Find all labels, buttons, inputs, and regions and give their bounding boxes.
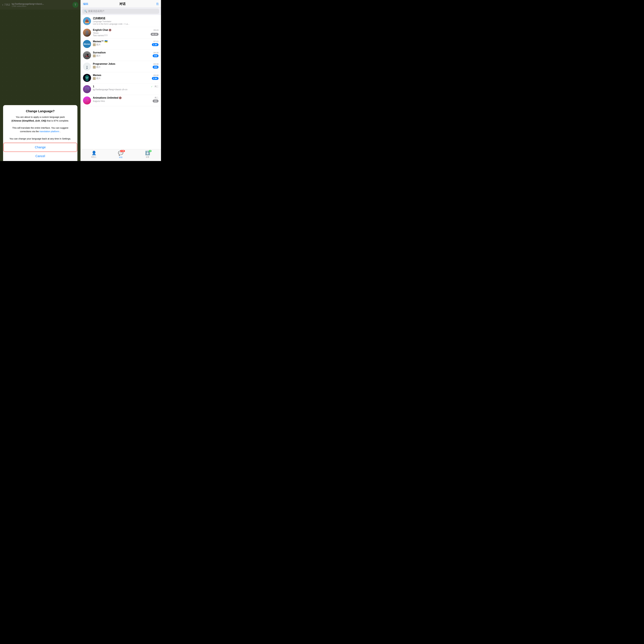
avatar: 👤: [83, 29, 91, 37]
unread-badge: 446: [153, 54, 159, 57]
chat-preview: Kagura Hino: [93, 100, 105, 102]
archived-subtitle2: List is in the form Language code -> La.…: [93, 23, 129, 25]
chat-name: Memes: [93, 74, 101, 77]
person-icon: 👤: [91, 151, 96, 155]
search-field[interactable]: 🔍 搜索消息或用户: [82, 9, 159, 14]
chat-preview: 图片: [96, 66, 101, 69]
chat-header: Memes™ 🇺🇦 07:11: [93, 40, 159, 43]
chat-time: 07:11: [153, 40, 159, 43]
compose-icon[interactable]: ⎘: [157, 2, 159, 6]
avatar: ;: [83, 63, 91, 71]
change-language-button[interactable]: Change: [3, 143, 77, 152]
chat-name: 1: [93, 85, 94, 88]
search-placeholder-text: 搜索消息或用户: [88, 10, 104, 13]
page-title: 对话: [119, 2, 126, 6]
chat-meta: 图片 499: [93, 66, 159, 69]
archived-avatar: 📥: [83, 17, 91, 25]
tab-icon-wrap: 💬 7.3K: [118, 151, 123, 156]
search-bar: 🔍 搜索消息或用户: [81, 7, 161, 15]
modal-body-bold: (Chinese (Simplified, @zh_CN)): [11, 119, 46, 122]
modal-title: Change Language?: [7, 109, 74, 113]
chat-time: 03:30: [153, 74, 159, 76]
tab-chats-label: 对话: [119, 156, 122, 159]
svg-point-2: [86, 77, 88, 78]
chat-content: Programmer Jokes 03:30 图片 499: [93, 63, 159, 69]
tab-icon-wrap: ⬇️ 5: [145, 151, 150, 155]
chat-header: Memes 03:30: [93, 74, 159, 77]
sent-check-icon: ✓: [151, 85, 153, 88]
unread-badge: 1.4K: [152, 43, 159, 46]
image-thumbnail-icon: [93, 77, 96, 80]
chat-header: English Chat 🔇 09:43: [93, 29, 159, 31]
search-icon: 🔍: [84, 10, 87, 13]
chat-time: 周二: [154, 85, 159, 88]
tab-chats[interactable]: 💬 7.3K 对话: [107, 151, 134, 159]
chat-meta: 图片 446: [93, 54, 159, 57]
chat-name: Programmer Jokes: [93, 63, 115, 65]
modal-body-line2: that is 87% complete.: [47, 119, 69, 122]
chat-meta: Yesss Two names??? 42.1K: [93, 32, 159, 37]
chat-name: Memes™ 🇺🇦: [93, 40, 108, 43]
archived-info: 已归档对话 Language Translator List is in the…: [93, 17, 129, 25]
mute-icon: 🔇: [109, 29, 111, 31]
right-topbar: 编辑 对话 ⎘: [81, 0, 161, 7]
chat-preview: 图片: [96, 77, 101, 80]
tab-contacts[interactable]: 👤 联系人: [81, 151, 107, 159]
list-item[interactable]: ; Programmer Jokes 03:30 图片 499: [81, 61, 161, 72]
avatar: 🏙️: [83, 85, 91, 93]
chat-content: 1 ✓ 周二 tg://setlanguage?lang=classic-zh-…: [93, 85, 159, 91]
chat-content: Memes™ 🇺🇦 07:11 图片 1.4K: [93, 40, 159, 46]
chat-header: Programmer Jokes 03:30: [93, 63, 159, 65]
chat-time: 周二: [154, 96, 159, 99]
chat-meta: Kagura Hino 181: [93, 100, 159, 102]
chat-name: Surrealism: [93, 51, 106, 54]
edit-button[interactable]: 编辑: [83, 2, 88, 6]
archived-conversations-item[interactable]: 📥 已归档对话 Language Translator List is in t…: [81, 15, 161, 27]
mute-icon: 🔇: [119, 97, 122, 99]
settings-badge: 5: [149, 150, 152, 152]
list-item[interactable]: ✨ Animations Unlimited 🔇 周二 Kagura Hino …: [81, 95, 161, 106]
chat-content: Memes 03:30 图片 2.9K: [93, 74, 159, 80]
chat-time: 09:43: [153, 29, 159, 31]
chat-header: 1 ✓ 周二: [93, 85, 159, 88]
modal-body-line1: You are about to apply a custom language…: [16, 116, 65, 118]
change-language-modal: Change Language? You are about to apply …: [3, 105, 77, 161]
chat-header: Animations Unlimited 🔇 周二: [93, 96, 159, 99]
chat-meta: tg://setlanguage?lang=classic-zh-cn: [93, 88, 159, 91]
unread-badge: 2.9K: [152, 77, 159, 80]
tab-bar: 👤 联系人 💬 7.3K 对话 ⬇️ 5 设置: [81, 149, 161, 161]
archived-title: 已归档对话: [93, 17, 129, 20]
list-item[interactable]: 👤 English Chat 🔇 09:43 Yesss Two names??…: [81, 27, 161, 38]
unread-badge: 499: [153, 66, 159, 69]
avatar: Memes: [83, 40, 91, 48]
chat-meta: 图片 2.9K: [93, 77, 159, 80]
chat-preview: tg://setlanguage?lang=classic-zh-cn: [93, 88, 127, 91]
chat-meta: 图片 1.4K: [93, 43, 159, 46]
avatar: [83, 74, 91, 82]
chat-header: Surrealism 04:30: [93, 51, 159, 54]
image-thumbnail-icon: [93, 54, 96, 57]
chat-list: 📥 已归档对话 Language Translator List is in t…: [81, 15, 161, 149]
list-item[interactable]: 🏙️ 1 ✓ 周二 tg://setlanguage?lang=classic-…: [81, 84, 161, 95]
image-thumbnail-icon: [93, 43, 96, 46]
list-item[interactable]: Memes 03:30 图片 2.9K: [81, 72, 161, 84]
unread-badge: 42.1K: [151, 33, 159, 36]
cancel-button[interactable]: Cancel: [3, 152, 77, 161]
chat-time: 03:30: [153, 63, 159, 65]
tab-settings-label: 设置: [146, 156, 149, 158]
image-thumbnail-icon: [93, 66, 96, 69]
modal-overlay: Change Language? You are about to apply …: [0, 0, 81, 161]
list-item[interactable]: 🎩 Surrealism 04:30 图片 446: [81, 50, 161, 61]
translation-platform-link[interactable]: translation platform: [39, 130, 59, 133]
avatar: 🎩: [83, 51, 91, 59]
chats-badge: 7.3K: [120, 150, 125, 152]
chat-name: Animations Unlimited: [93, 96, 118, 99]
unread-badge: 181: [153, 100, 159, 102]
chat-preview: 图片: [96, 54, 101, 57]
avatar: ✨: [83, 96, 91, 104]
list-item[interactable]: Memes Memes™ 🇺🇦 07:11 图片 1.4K: [81, 38, 161, 50]
archived-subtitle1: Language Translator: [93, 20, 129, 23]
tab-settings[interactable]: ⬇️ 5 设置: [134, 151, 161, 159]
left-panel: ‹ 7352 tg://setlanguagelang=classi... 1,…: [0, 0, 81, 161]
modal-body: You are about to apply a custom language…: [7, 115, 74, 140]
